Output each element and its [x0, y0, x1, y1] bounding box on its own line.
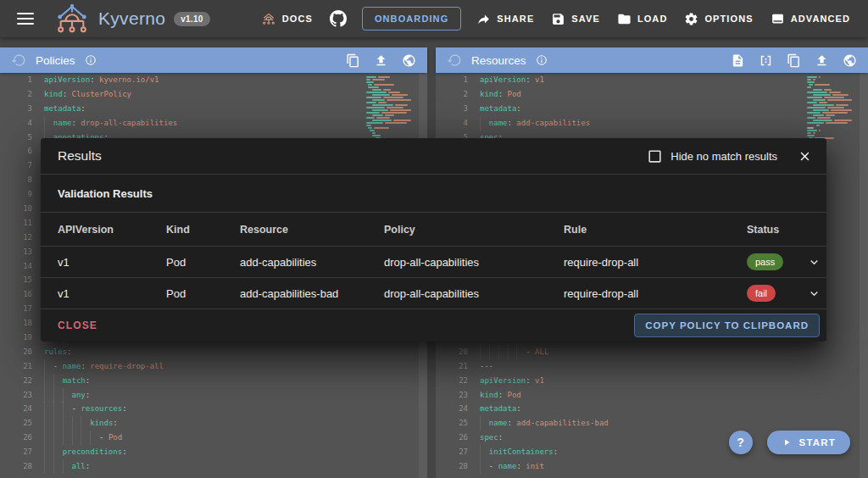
- load-button[interactable]: LOAD: [609, 5, 676, 33]
- top-navigation: DOCS ONBOARDING SHARE SAVE LOAD OPTIONS: [253, 3, 858, 34]
- editor-window-icon: [771, 12, 785, 26]
- code-line: name: drop-all-capabilities: [44, 116, 364, 131]
- copy-policy-button[interactable]: COPY POLICY TO CLIPBOARD: [634, 314, 820, 337]
- code-line: kind: ClusterPolicy: [44, 87, 364, 102]
- brackets-icon[interactable]: [759, 53, 773, 68]
- code-line: all:: [44, 459, 364, 474]
- start-button[interactable]: START: [767, 431, 850, 454]
- globe-icon[interactable]: [402, 53, 416, 68]
- checkbox-blank-icon: [647, 148, 663, 164]
- code-line: name: add-capabilities-bad: [480, 416, 805, 431]
- share-button[interactable]: SHARE: [469, 5, 542, 33]
- column-header: APIVersion: [58, 224, 166, 236]
- onboarding-button[interactable]: ONBOARDING: [362, 7, 461, 31]
- result-row[interactable]: v1 Pod add-capabilities-bad drop-all-cap…: [41, 278, 826, 309]
- close-button[interactable]: CLOSE: [58, 320, 97, 331]
- close-icon[interactable]: [798, 149, 812, 164]
- docs-button[interactable]: DOCS: [253, 5, 320, 32]
- code-line: ---: [480, 359, 805, 374]
- info-icon[interactable]: [536, 54, 548, 66]
- code-line: name: add-capabilities: [480, 116, 805, 131]
- minimap[interactable]: [366, 75, 417, 147]
- code-line: - Pod: [44, 431, 364, 445]
- code-line: apiVersion: kyverno.io/v1: [44, 73, 364, 87]
- line-numbers: 1234567891011121314151617181920212223242…: [0, 73, 32, 474]
- column-header: Kind: [166, 224, 240, 236]
- code-line: rules:: [44, 345, 364, 359]
- file-document-icon[interactable]: [731, 53, 745, 68]
- code-line: kind: Pod: [480, 388, 805, 403]
- play-icon: [782, 437, 792, 447]
- minimap[interactable]: [807, 75, 858, 147]
- floating-actions: ? START: [729, 431, 850, 454]
- code-line: preconditions:: [44, 445, 364, 459]
- code-line: - ALL: [480, 345, 805, 359]
- results-dialog: Results Hide no match results Validation…: [41, 138, 826, 342]
- result-row[interactable]: v1 Pod add-capabilities drop-all-capabil…: [41, 247, 826, 278]
- advanced-button[interactable]: ADVANCED: [763, 5, 858, 33]
- code-line: metadata:: [480, 402, 805, 416]
- copy-icon[interactable]: [787, 53, 801, 68]
- column-header: Status: [747, 224, 801, 236]
- share-icon: [476, 12, 491, 26]
- chevron-down-icon[interactable]: [807, 255, 821, 270]
- section-title: Validation Results: [41, 175, 826, 213]
- hamburger-menu-button[interactable]: [10, 3, 41, 34]
- column-header: Rule: [564, 224, 747, 236]
- results-dialog-header: Results Hide no match results: [41, 138, 826, 175]
- github-icon: [330, 10, 347, 27]
- resources-panel-header: Resources: [436, 47, 868, 73]
- save-button[interactable]: SAVE: [543, 5, 608, 33]
- code-line: kind: Pod: [480, 87, 805, 102]
- code-line: - resources:: [44, 402, 364, 416]
- code-line: any:: [44, 388, 364, 403]
- column-header: Policy: [384, 224, 564, 236]
- scrollbar[interactable]: [860, 73, 868, 478]
- app-header: Kyverno v1.10 DOCS ONBOARDING: [0, 0, 868, 37]
- code-line: - name: require-drop-all: [44, 359, 364, 374]
- app-title: Kyverno: [98, 8, 165, 29]
- panel-title: Policies: [36, 54, 75, 67]
- info-icon[interactable]: [85, 54, 97, 66]
- dialog-footer: CLOSE COPY POLICY TO CLIPBOARD: [41, 309, 826, 341]
- github-button[interactable]: [322, 3, 354, 34]
- code-line: apiVersion: v1: [480, 374, 805, 388]
- folder-icon: [617, 12, 632, 26]
- upload-icon[interactable]: [815, 53, 829, 68]
- hide-no-match-checkbox[interactable]: Hide no match results: [647, 148, 777, 164]
- kyverno-mini-icon: [261, 12, 276, 25]
- status-badge: pass: [747, 253, 783, 270]
- upload-icon[interactable]: [374, 53, 388, 68]
- code-line: apiVersion: v1: [480, 73, 805, 87]
- code-line: kinds:: [44, 416, 364, 431]
- help-button[interactable]: ?: [729, 431, 753, 454]
- options-button[interactable]: OPTIONS: [676, 5, 760, 33]
- code-line: metadata:: [44, 102, 364, 116]
- save-icon: [551, 12, 565, 26]
- code-line: - name: init: [480, 459, 805, 474]
- copy-icon[interactable]: [346, 53, 360, 68]
- results-table-header: APIVersion Kind Resource Policy Rule Sta…: [41, 213, 826, 247]
- policies-panel-header: Policies: [0, 47, 427, 73]
- restore-icon[interactable]: [11, 53, 26, 68]
- status-badge: fail: [747, 285, 776, 302]
- chevron-down-icon[interactable]: [807, 286, 821, 301]
- column-header: Resource: [240, 224, 384, 236]
- code-line: match:: [44, 374, 364, 388]
- globe-icon[interactable]: [843, 53, 857, 68]
- panel-title: Resources: [471, 54, 526, 67]
- kyverno-logo: [53, 2, 92, 36]
- version-badge: v1.10: [174, 12, 210, 26]
- code-line: metadata:: [480, 102, 805, 116]
- gear-icon: [684, 12, 698, 26]
- dialog-title: Results: [58, 148, 102, 164]
- restore-icon[interactable]: [447, 53, 462, 68]
